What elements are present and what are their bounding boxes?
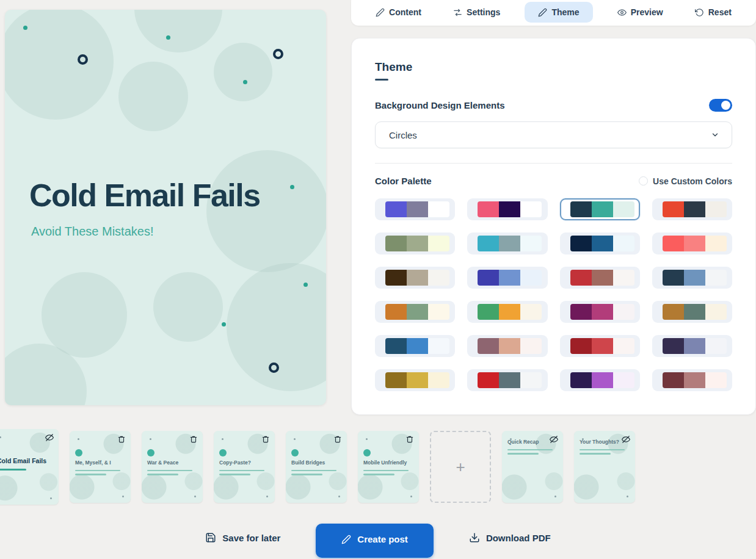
palette-swatch [592, 201, 613, 217]
palette-swatch [705, 201, 727, 217]
corner-dot [122, 496, 124, 497]
thumbnail-text-line [363, 470, 409, 472]
palette-grid [375, 198, 732, 391]
slide-thumbnail[interactable]: Mobile Unfriendly [358, 431, 419, 503]
thumbnail-text-line [580, 449, 625, 451]
slide-thumbnail[interactable]: Quick Recap [502, 431, 563, 503]
thumbnail-text-line [363, 474, 394, 475]
tab-theme[interactable]: Theme [525, 2, 592, 23]
carousel-editor-page: Cold Email Fails Avoid These Mistakes! C… [0, 0, 756, 559]
color-palette-option[interactable] [375, 369, 455, 391]
slide-thumbnail[interactable]: Copy-Paste? [214, 431, 275, 503]
use-custom-colors-option[interactable]: Use Custom Colors [639, 176, 732, 186]
palette-swatch [407, 236, 428, 251]
eye-off-icon[interactable] [45, 433, 54, 442]
palette-swatch [520, 304, 542, 320]
color-palette-option[interactable] [560, 335, 640, 357]
tab-reset[interactable]: Reset [688, 2, 739, 23]
palette-swatch [592, 372, 613, 388]
slide-number-badge [147, 449, 154, 456]
create-post-button[interactable]: Create post [316, 524, 434, 558]
background-circle [134, 10, 222, 52]
download-icon [469, 532, 480, 543]
thumbnail-text-line [147, 474, 178, 475]
color-palette-option[interactable] [467, 369, 547, 391]
palette-swatch [570, 304, 592, 320]
color-palette-option[interactable] [375, 267, 455, 289]
color-palette-option[interactable] [652, 267, 732, 289]
palette-swatch [428, 338, 449, 354]
palette-swatch [570, 201, 592, 217]
slide-number-badge [291, 449, 299, 456]
color-palette-option[interactable] [652, 369, 732, 391]
palette-header: Color Palette Use Custom Colors [375, 176, 732, 186]
use-custom-colors-label: Use Custom Colors [653, 176, 732, 186]
color-palette-option[interactable] [375, 301, 455, 323]
trash-icon[interactable] [333, 435, 342, 444]
pencil-icon [538, 8, 547, 17]
slide-thumbnail[interactable]: Build Bridges [286, 431, 347, 503]
eye-off-icon[interactable] [622, 435, 630, 444]
eye-off-icon[interactable] [550, 435, 558, 444]
color-palette-option[interactable] [467, 198, 547, 220]
eye-icon [617, 8, 627, 17]
tab-content[interactable]: Content [368, 2, 429, 23]
color-palette-option[interactable] [467, 301, 547, 323]
slide-number-badge [363, 449, 371, 456]
download-pdf-label: Download PDF [486, 533, 551, 543]
palette-swatch [684, 270, 705, 286]
thumbnail-text-line [507, 453, 539, 455]
trash-icon[interactable] [117, 435, 126, 444]
color-palette-option[interactable] [652, 198, 732, 220]
teal-dot-decoration [23, 26, 27, 30]
palette-swatch [663, 236, 684, 251]
color-palette-option[interactable] [560, 233, 640, 254]
trash-icon[interactable] [405, 435, 414, 444]
color-palette-option-selected[interactable] [560, 198, 640, 220]
trash-icon[interactable] [261, 435, 270, 444]
palette-swatch [385, 304, 407, 320]
handle-dot [78, 438, 79, 440]
color-palette-option[interactable] [560, 369, 640, 391]
color-palette-option[interactable] [467, 233, 547, 254]
tab-preview[interactable]: Preview [610, 2, 671, 23]
color-palette-option[interactable] [467, 267, 547, 289]
thumbnail-title: Cold Email Fails [0, 457, 53, 465]
add-slide-button[interactable]: + [430, 431, 491, 503]
palette-swatch [428, 270, 449, 286]
slide-thumbnail[interactable]: Me, Myself, & I [70, 431, 131, 503]
slide-thumbnail[interactable]: Cold Email Fails [0, 429, 59, 505]
save-for-later-button[interactable]: Save for later [202, 524, 284, 552]
slide-thumbnail[interactable]: Your Thoughts? [574, 431, 635, 503]
palette-swatch [407, 372, 428, 388]
color-palette-option[interactable] [467, 335, 547, 357]
color-palette-option[interactable] [652, 301, 732, 323]
background-elements-toggle[interactable] [709, 99, 732, 112]
palette-swatch [478, 304, 499, 320]
design-elements-dropdown[interactable]: Circles [375, 121, 732, 148]
thumbnail-title: Build Bridges [291, 460, 341, 466]
color-palette-option[interactable] [652, 335, 732, 357]
color-palette-option[interactable] [375, 198, 455, 220]
download-pdf-button[interactable]: Download PDF [465, 524, 554, 552]
radio-icon[interactable] [639, 176, 648, 186]
palette-swatch [684, 304, 705, 320]
palette-swatch [570, 338, 592, 354]
color-palette-option[interactable] [560, 267, 640, 289]
color-palette-option[interactable] [652, 233, 732, 254]
background-circle [153, 272, 223, 342]
thumbnail-title: Mobile Unfriendly [363, 460, 413, 466]
palette-swatch [385, 338, 407, 354]
palette-swatch [499, 270, 520, 286]
palette-swatch [663, 338, 684, 354]
thumbnail-text-line [75, 474, 106, 475]
background-elements-label: Background Design Elements [375, 100, 505, 110]
tab-settings[interactable]: Settings [446, 2, 507, 23]
teal-dot-decoration [243, 80, 247, 84]
slide-thumbnail[interactable]: War & Peace [142, 431, 203, 503]
color-palette-option[interactable] [375, 233, 455, 254]
sliders-icon [453, 8, 462, 17]
trash-icon[interactable] [189, 435, 198, 444]
color-palette-option[interactable] [560, 301, 640, 323]
color-palette-option[interactable] [375, 335, 455, 357]
